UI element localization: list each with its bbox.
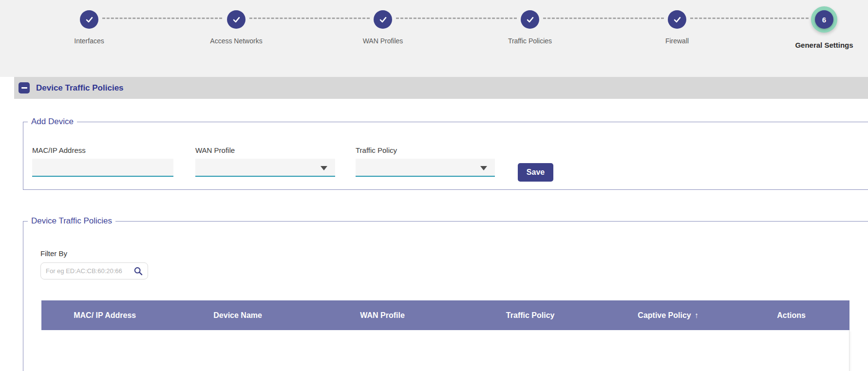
step-label-access-networks[interactable]: Access Networks xyxy=(183,37,290,45)
filter-search-input[interactable] xyxy=(46,267,132,275)
stepper-connector xyxy=(102,18,222,19)
section-title: Device Traffic Policies xyxy=(36,77,124,99)
filter-search-box xyxy=(40,262,148,279)
stepper-connector xyxy=(690,18,809,19)
section-header-bar: Device Traffic Policies xyxy=(14,77,868,99)
step-interfaces-circle[interactable] xyxy=(80,10,98,29)
step-label-wan-profiles[interactable]: WAN Profiles xyxy=(329,37,436,45)
wizard-stepper: 6 Interfaces Access Networks WAN Profile… xyxy=(0,0,868,77)
column-header-wan-profile[interactable]: WAN Profile xyxy=(307,300,458,330)
traffic-policy-label: Traffic Policy xyxy=(356,146,495,154)
add-device-panel: Add Device MAC/IP Address WAN Profile Tr… xyxy=(23,117,868,190)
wan-profile-select[interactable] xyxy=(195,159,335,177)
search-icon[interactable] xyxy=(133,266,143,276)
chevron-down-icon xyxy=(480,166,487,170)
table-header-row: MAC/ IP Address Device Name WAN Profile … xyxy=(41,300,849,330)
traffic-policy-select[interactable] xyxy=(356,159,495,177)
add-device-legend: Add Device xyxy=(28,117,77,127)
stepper-connector xyxy=(249,18,370,19)
step-label-interfaces[interactable]: Interfaces xyxy=(36,37,143,45)
column-header-actions[interactable]: Actions xyxy=(733,300,849,330)
mac-ip-field-group: MAC/IP Address xyxy=(32,146,173,177)
table-body-empty xyxy=(41,330,849,371)
step-label-firewall[interactable]: Firewall xyxy=(623,37,731,45)
wan-profile-label: WAN Profile xyxy=(195,146,335,154)
column-header-traffic-policy[interactable]: Traffic Policy xyxy=(457,300,603,330)
stepper-connector xyxy=(396,18,517,19)
step-general-settings-circle[interactable]: 6 xyxy=(811,6,837,33)
step-label-traffic-policies[interactable]: Traffic Policies xyxy=(476,37,584,45)
check-icon xyxy=(673,15,682,24)
check-icon xyxy=(526,15,535,24)
column-header-device-name[interactable]: Device Name xyxy=(168,300,307,330)
step-number-badge: 6 xyxy=(815,10,833,29)
device-policies-table: MAC/ IP Address Device Name WAN Profile … xyxy=(41,300,849,371)
check-icon xyxy=(232,15,241,24)
save-button[interactable]: Save xyxy=(518,163,553,182)
column-header-captive-policy-label: Captive Policy xyxy=(638,311,691,320)
device-traffic-policies-legend: Device Traffic Policies xyxy=(28,216,115,226)
filter-by-label: Filter By xyxy=(40,249,67,258)
device-traffic-policies-panel: Device Traffic Policies Filter By MAC/ I… xyxy=(23,216,868,371)
step-label-general-settings[interactable]: General Settings xyxy=(771,41,868,49)
traffic-policy-field-group: Traffic Policy xyxy=(356,146,495,177)
step-traffic-policies-circle[interactable] xyxy=(521,10,539,29)
column-header-captive-policy[interactable]: Captive Policy ↑ xyxy=(603,300,733,330)
mac-ip-label: MAC/IP Address xyxy=(32,146,173,154)
collapse-section-button[interactable] xyxy=(19,82,30,93)
check-icon xyxy=(378,15,388,24)
mac-ip-input[interactable] xyxy=(32,159,173,177)
step-wan-profiles-circle[interactable] xyxy=(374,10,392,29)
sort-ascending-icon: ↑ xyxy=(695,311,698,320)
step-firewall-circle[interactable] xyxy=(668,10,686,29)
stepper-connector xyxy=(543,18,664,19)
chevron-down-icon xyxy=(321,166,327,170)
column-header-mac-ip[interactable]: MAC/ IP Address xyxy=(41,300,168,330)
check-icon xyxy=(85,15,94,24)
step-access-networks-circle[interactable] xyxy=(227,10,245,29)
minus-icon xyxy=(21,87,27,89)
wan-profile-field-group: WAN Profile xyxy=(195,146,335,177)
